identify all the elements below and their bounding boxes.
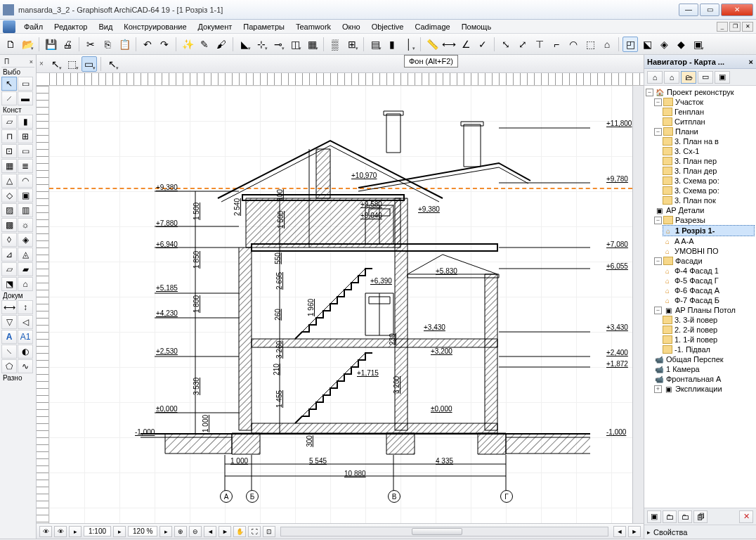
vb-fit2[interactable]: ⊡ bbox=[263, 526, 275, 537]
tree-f6[interactable]: Ф-6 Фасад А bbox=[674, 286, 719, 295]
nav-tab-project[interactable]: ⌂ bbox=[647, 71, 663, 84]
vb-left[interactable]: ◄ bbox=[613, 526, 626, 537]
lamp-tool[interactable]: ☼ bbox=[18, 218, 33, 232]
tree-f4[interactable]: Ф-4 Фасад 1 bbox=[674, 266, 719, 275]
sel-mode1[interactable]: ↖ bbox=[48, 56, 63, 72]
spline-tool[interactable]: ∿ bbox=[18, 359, 33, 373]
snap1-button[interactable]: ◣ bbox=[237, 37, 252, 52]
level-tool[interactable]: ▽ bbox=[1, 315, 17, 329]
maximize-button[interactable]: ▭ bbox=[700, 4, 719, 16]
extra7-tool[interactable]: ⬔ bbox=[1, 277, 17, 291]
tree-f7[interactable]: Ф-7 Фасад Б bbox=[674, 296, 719, 304]
beam-tool[interactable]: ⊡ bbox=[1, 144, 17, 158]
tree-ekspl[interactable]: Экспликации bbox=[675, 385, 722, 393]
doc-close[interactable]: ✕ bbox=[742, 22, 753, 32]
nav-tab-viewmap[interactable]: 🗁 bbox=[681, 71, 696, 84]
print-button[interactable]: 🖨 bbox=[60, 37, 75, 52]
nav-tab-5[interactable]: ▣ bbox=[715, 71, 730, 84]
vb-arrow2[interactable]: ▸ bbox=[113, 526, 126, 537]
nf-delete[interactable]: ✕ bbox=[739, 510, 753, 523]
edit6-button[interactable]: ⬚ bbox=[582, 37, 598, 52]
stair-tool[interactable]: ≣ bbox=[18, 159, 33, 173]
tree-plan3[interactable]: 3. План на в bbox=[674, 137, 719, 146]
edit1-button[interactable]: ⤡ bbox=[498, 37, 514, 52]
toggle-project[interactable]: − bbox=[646, 89, 653, 96]
cut-button[interactable]: ✂ bbox=[83, 37, 98, 52]
edit3-button[interactable]: ⊤ bbox=[532, 37, 547, 52]
zone-tool[interactable]: ▨ bbox=[1, 203, 17, 217]
poly-tool[interactable]: ⬠ bbox=[1, 359, 17, 373]
archicad-logo[interactable] bbox=[3, 20, 15, 33]
brush-button[interactable]: 🖌 bbox=[214, 37, 229, 52]
nf-b1[interactable]: ▣ bbox=[647, 510, 661, 523]
tree-r1[interactable]: 1 Розріз 1- bbox=[675, 226, 715, 235]
extra3-tool[interactable]: ⊿ bbox=[1, 248, 17, 262]
section-button[interactable]: ▤ bbox=[367, 37, 383, 52]
toggle-uch[interactable]: − bbox=[654, 98, 662, 106]
menu-parameters[interactable]: Параметры bbox=[237, 21, 290, 32]
tree-fasady[interactable]: Фасади bbox=[675, 257, 703, 265]
shell-tool[interactable]: ◠ bbox=[18, 174, 33, 188]
extra1-tool[interactable]: ◊ bbox=[1, 233, 17, 247]
tree-genplan[interactable]: Генплан bbox=[674, 108, 704, 116]
angle-button[interactable]: ∠ bbox=[458, 37, 474, 52]
tree-pm1[interactable]: -1. Підвал bbox=[674, 345, 710, 354]
wall2-tool[interactable]: ▱ bbox=[1, 115, 17, 129]
sel-mode4[interactable]: ↖ bbox=[105, 56, 120, 72]
tree-plan3per[interactable]: 3. План пер bbox=[674, 157, 717, 165]
tree-plan3cx[interactable]: 3. Сх-1 bbox=[674, 147, 699, 155]
tree-aa[interactable]: A A-A bbox=[674, 237, 694, 245]
menu-editor[interactable]: Редактор bbox=[48, 21, 93, 32]
doc-minimize[interactable]: _ bbox=[717, 22, 728, 32]
tree-umov[interactable]: УМОВНІ ПО bbox=[674, 247, 719, 255]
toggle-pot[interactable]: − bbox=[654, 307, 662, 314]
fill-button[interactable]: ▮ bbox=[384, 37, 400, 52]
view5-button[interactable]: ▣ bbox=[690, 37, 705, 52]
tree-p3y[interactable]: 3. 3-й повер bbox=[674, 316, 717, 324]
column-tool[interactable]: ▮ bbox=[18, 115, 33, 129]
tree-plan3der[interactable]: 3. План дер bbox=[674, 167, 717, 175]
vb-back[interactable]: ◄ bbox=[204, 526, 216, 537]
copy-button[interactable]: ⎘ bbox=[100, 37, 115, 52]
vb-eye[interactable]: 👁 bbox=[39, 526, 52, 537]
menu-document[interactable]: Документ bbox=[193, 21, 238, 32]
tree-plan3sx[interactable]: 3. Схема ро: bbox=[674, 176, 719, 185]
extra2-tool[interactable]: ◈ bbox=[18, 233, 33, 247]
save-button[interactable]: 💾 bbox=[43, 37, 58, 52]
tree-arpotol[interactable]: AP Планы Потол bbox=[675, 306, 736, 314]
toggle-fas[interactable]: − bbox=[654, 257, 662, 265]
tree-uchastok[interactable]: Участок bbox=[675, 98, 703, 106]
menu-teamwork[interactable]: Teamwork bbox=[290, 21, 337, 32]
sel-mode3[interactable]: ▭ bbox=[82, 56, 97, 72]
grid-button[interactable]: ▒ bbox=[327, 37, 343, 52]
line-button[interactable]: │ bbox=[401, 37, 417, 52]
menu-help[interactable]: Помощь bbox=[456, 21, 497, 32]
menu-view[interactable]: Вид bbox=[93, 21, 118, 32]
tree-plany[interactable]: Плани bbox=[675, 127, 698, 136]
doc-restore[interactable]: ❐ bbox=[729, 22, 741, 32]
minimize-button[interactable]: — bbox=[679, 4, 698, 16]
edit4-button[interactable]: ⌐ bbox=[549, 37, 564, 52]
vb-fit[interactable]: ⛶ bbox=[248, 526, 261, 537]
vb-fwd[interactable]: ► bbox=[219, 526, 231, 537]
fill2-tool[interactable]: ◐ bbox=[18, 345, 33, 359]
vb-arrow3[interactable]: ▸ bbox=[159, 526, 172, 537]
tree-razrezy[interactable]: Разрезы bbox=[675, 216, 705, 224]
nav-tab-2[interactable]: ⌂ bbox=[664, 71, 679, 84]
toggle-razr[interactable]: − bbox=[654, 217, 662, 224]
view3-button[interactable]: ◈ bbox=[656, 37, 672, 52]
sub-close[interactable]: × bbox=[39, 60, 44, 68]
window-tool[interactable]: ⊞ bbox=[18, 129, 33, 143]
vb-zoom2[interactable]: ⊖ bbox=[189, 526, 202, 537]
arrow-tool[interactable]: ↖ bbox=[1, 77, 17, 91]
panel-close-1[interactable]: × bbox=[30, 58, 33, 65]
slab-tool[interactable]: ▭ bbox=[18, 144, 33, 158]
vb-eye2[interactable]: 👁 bbox=[54, 526, 67, 537]
menu-window[interactable]: Окно bbox=[337, 21, 366, 32]
tree-plan3pok[interactable]: 3. План пок bbox=[674, 196, 716, 205]
marquee-tool[interactable]: ▭ bbox=[18, 77, 33, 91]
object-tool[interactable]: ▣ bbox=[18, 188, 33, 202]
edit7-button[interactable]: ⌂ bbox=[599, 37, 615, 52]
wall-tool[interactable]: ▬ bbox=[18, 91, 33, 105]
toggle-eksp[interactable]: + bbox=[654, 385, 662, 393]
